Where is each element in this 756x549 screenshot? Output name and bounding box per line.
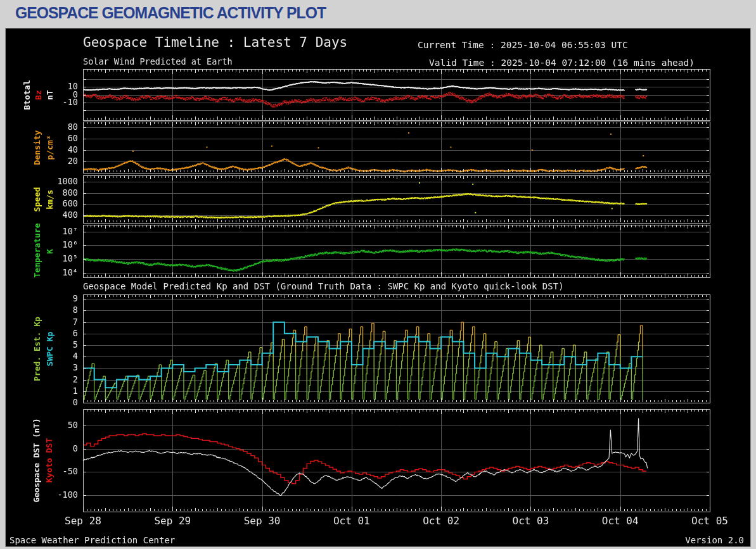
page-title: GEOSPACE GEOMAGNETIC ACTIVITY PLOT [15, 3, 326, 23]
y-axis-label: K [44, 225, 54, 277]
y-axis-label: Density [32, 122, 42, 173]
y-axis-label: nT [44, 69, 54, 120]
y-axis-label: Btotal [22, 69, 32, 120]
x-tick-label: Oct 04 [595, 515, 646, 527]
footer-left: Space Weather Prediction Center [10, 535, 175, 545]
x-tick-label: Oct 03 [505, 515, 556, 527]
footer-right: Version 2.0 [685, 535, 744, 545]
y-axis-label: km/s [44, 175, 54, 223]
y-axis-label: p/cm³ [44, 122, 54, 173]
x-tick-label: Oct 05 [684, 515, 735, 527]
x-tick-label: Oct 01 [326, 515, 377, 527]
x-tick-label: Sep 29 [147, 515, 198, 527]
app-header: GEOSPACE GEOMAGNETIC ACTIVITY PLOT [0, 0, 756, 27]
plot-title: Geospace Timeline : Latest 7 Days [83, 35, 347, 50]
page: { "header": { "title": "GEOSPACE GEOMAGN… [0, 0, 756, 549]
x-tick-label: Sep 28 [58, 515, 108, 527]
valid-time-label: Valid Time : 2025-10-04 07:12:00 (16 min… [429, 58, 695, 68]
y-axis-label: Speed [32, 175, 42, 223]
y-axis-label: Pred. Est. Kp [32, 294, 42, 403]
plot-subtitle: Solar Wind Predicted at Earth [83, 56, 233, 66]
y-axis-label: SWPC Kp [44, 294, 54, 403]
y-axis-label: Bz [33, 69, 43, 120]
y-axis-label: Geospace DST (nT) [32, 409, 42, 512]
current-time-label: Current Time : 2025-10-04 06:55:03 UTC [418, 40, 628, 50]
plot-frame: Geospace Timeline : Latest 7 Days Solar … [5, 28, 751, 547]
kp-dst-section-title: Geospace Model Predicted Kp and DST (Gro… [83, 281, 564, 291]
y-axis-label: Kyoto DST [44, 409, 54, 512]
x-tick-label: Sep 30 [237, 515, 288, 527]
x-tick-label: Oct 02 [416, 515, 466, 527]
y-axis-label: Temperature [32, 225, 42, 277]
